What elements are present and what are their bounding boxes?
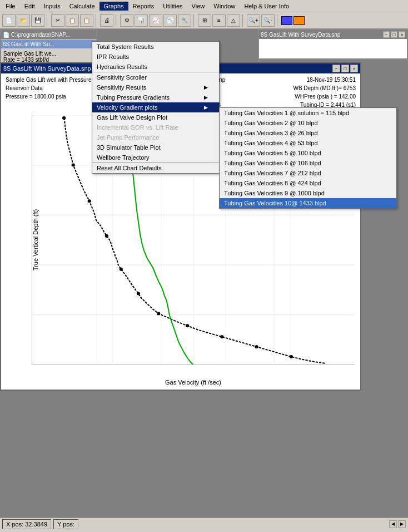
status-ypos: Y pos: xyxy=(53,519,78,529)
velocity-item-7[interactable]: Tubing Gas Velocities 7 @ 212 blpd xyxy=(220,168,396,178)
menu-item-sensitivity-results[interactable]: Sensitivity Results ▶ xyxy=(92,82,219,92)
chart-date: 18-Nov-19 15:30:51 xyxy=(293,76,356,84)
menu-window[interactable]: Window xyxy=(209,2,240,11)
bg-chart-window-title: 8S GasLift With SurveyData.snp xyxy=(261,32,340,38)
scroll-left[interactable]: ◀ xyxy=(389,520,397,528)
toolbar-save[interactable]: 💾 xyxy=(31,14,44,27)
chart-info-right: 18-Nov-19 15:30:51 WB Depth (MD ft )= 67… xyxy=(293,76,356,109)
menu-reports[interactable]: Reports xyxy=(128,2,159,11)
arrow-velocity: ▶ xyxy=(204,105,208,110)
chart-wb: WB Depth (MD ft )= 6753 xyxy=(293,84,356,92)
menu-calculate[interactable]: Calculate xyxy=(65,2,99,11)
chart-wh: WHPres (psia ) = 142.00 xyxy=(293,92,356,101)
toolbar-cut[interactable]: ✂ xyxy=(51,14,64,27)
titlebar-buttons: − □ × xyxy=(332,65,358,72)
toolbar-new[interactable]: 📄 xyxy=(2,14,16,27)
velocity-item-9[interactable]: Tubing Gas Velocities 9 @ 1000 blpd xyxy=(220,188,396,198)
svg-point-32 xyxy=(120,268,123,271)
menu-item-wellbore[interactable]: Wellbore Trajectory xyxy=(92,152,219,162)
bg-win-max[interactable]: □ xyxy=(391,31,397,38)
menu-item-hydraulics[interactable]: Hydraulics Results xyxy=(92,62,219,72)
velocity-item-4[interactable]: Tubing Gas Velocities 4 @ 53 blpd xyxy=(220,138,396,148)
chart-info-left-3: Pressure = 1800.00 psia xyxy=(6,92,102,101)
toolbar-color1[interactable] xyxy=(281,16,292,25)
menubar: File Edit Inputs Calculate Graphs Report… xyxy=(0,0,408,12)
arrow-tubing: ▶ xyxy=(204,95,208,100)
toolbar-zoom-in[interactable]: 🔍+ xyxy=(247,14,260,27)
svg-point-33 xyxy=(137,292,140,295)
menu-item-tubing-pressure[interactable]: Tubing Pressure Gradients ▶ xyxy=(92,92,219,102)
velocity-item-2[interactable]: Tubing Gas Velocities 2 @ 10 blpd xyxy=(220,118,396,128)
menu-item-3d-simulator[interactable]: 3D Simulator Table Plot xyxy=(92,142,219,152)
velocity-item-3[interactable]: Tubing Gas Velocities 3 @ 26 blpd xyxy=(220,128,396,138)
toolbar-sep3 xyxy=(116,14,118,27)
svg-point-29 xyxy=(72,164,75,167)
menu-item-total-system[interactable]: Total System Results xyxy=(92,42,219,52)
menu-file[interactable]: File xyxy=(1,2,20,11)
arrow-sensitivity: ▶ xyxy=(204,85,208,90)
svg-point-28 xyxy=(62,116,66,120)
chart-info-left-1: Sample Gas Lift well with Pressure and xyxy=(6,76,102,84)
toolbar-open[interactable]: 📂 xyxy=(17,14,30,27)
menu-item-sensitivity-scroller[interactable]: Sensitivity Scroller xyxy=(92,72,219,82)
bg-win-close[interactable]: × xyxy=(399,31,405,38)
svg-point-34 xyxy=(157,312,160,315)
toolbar: 📄 📂 💾 ✂ 📋 📋 🖨 ⚙ 📊 📈 📉 🔧 ⊞ ≡ △ 🔍+ 🔍- xyxy=(0,12,408,29)
velocity-item-5[interactable]: Tubing Gas Velocities 5 @ 100 blpd xyxy=(220,148,396,158)
scroll-right[interactable]: ▶ xyxy=(398,520,406,528)
menu-inputs[interactable]: Inputs xyxy=(39,2,65,11)
toolbar-b1[interactable]: ⚙ xyxy=(120,14,133,27)
toolbar-b2[interactable]: 📊 xyxy=(135,14,148,27)
toolbar-b4[interactable]: 📉 xyxy=(163,14,177,27)
menu-utilities[interactable]: Utilities xyxy=(158,2,187,11)
toolbar-b7[interactable]: ≡ xyxy=(212,14,226,27)
menu-help[interactable]: Help & User Info xyxy=(240,2,293,11)
bg-window-1-title: 📄 C:\programdata\SNAP... xyxy=(3,32,70,38)
main-area: 📄 C:\programdata\SNAP... 8S GasLift With… xyxy=(0,29,408,530)
bg-chart-window[interactable]: 8S GasLift With SurveyData.snp − □ × xyxy=(258,29,408,60)
menu-edit[interactable]: Edit xyxy=(20,2,39,11)
menu-view[interactable]: View xyxy=(187,2,210,11)
toolbar-zoom-out[interactable]: 🔍- xyxy=(261,14,275,27)
graphs-dropdown: Total System Results IPR Results Hydraul… xyxy=(92,41,220,174)
toolbar-sep1 xyxy=(47,14,49,27)
titlebar-maximize[interactable]: □ xyxy=(341,65,349,72)
titlebar-close[interactable]: × xyxy=(350,65,358,72)
svg-point-35 xyxy=(186,324,189,327)
statusbar: X pos: 32.3849 Y pos: ◀ ▶ xyxy=(0,518,408,530)
toolbar-b3[interactable]: 📈 xyxy=(149,14,162,27)
chart-info-left: Sample Gas Lift well with Pressure and R… xyxy=(6,76,102,101)
toolbar-b8[interactable]: △ xyxy=(227,14,240,27)
toolbar-color2[interactable] xyxy=(293,16,305,25)
velocity-submenu: Tubing Gas Velocities 1 @ solution = 115… xyxy=(219,107,397,209)
velocity-item-1[interactable]: Tubing Gas Velocities 1 @ solution = 115… xyxy=(220,108,396,118)
velocity-item-8[interactable]: Tubing Gas Velocities 8 @ 424 blpd xyxy=(220,178,396,188)
bg-window-1-subtitle: 8S GasLift With Su... xyxy=(1,40,96,48)
bg-window-1-subtitle-text: 8S GasLift With Su... xyxy=(3,41,54,47)
titlebar-minimize[interactable]: − xyxy=(332,65,340,72)
menu-item-jet-pump: Jet Pump Performance xyxy=(92,132,219,142)
menu-item-incremental-gor: Incremental GOR vs. Lift Rate xyxy=(92,122,219,132)
velocity-item-6[interactable]: Tubing Gas Velocities 6 @ 106 blpd xyxy=(220,158,396,168)
menu-graphs[interactable]: Graphs xyxy=(99,2,128,11)
y-axis-label: True Vertical Depth (ft) xyxy=(32,209,39,270)
menu-item-reset[interactable]: Reset All Chart Defaults xyxy=(92,162,219,173)
toolbar-b5[interactable]: 🔧 xyxy=(178,14,191,27)
menu-item-gas-valve[interactable]: Gas Lift Valve Design Plot xyxy=(92,112,219,122)
x-axis-label: Gas Velocity (ft /sec) xyxy=(165,379,221,386)
toolbar-b6[interactable]: ⊞ xyxy=(198,14,211,27)
svg-point-31 xyxy=(105,234,108,238)
toolbar-copy[interactable]: 📋 xyxy=(66,14,79,27)
bg-chart-btns: − □ × xyxy=(383,31,405,38)
velocity-item-10[interactable]: Tubing Gas Velocities 10@ 1433 blpd xyxy=(220,198,396,208)
bg-window-1-titlebar: 📄 C:\programdata\SNAP... xyxy=(1,30,96,39)
menu-item-ipr[interactable]: IPR Results xyxy=(92,52,219,62)
menu-item-velocity-gradient[interactable]: Velocity Gradient plots ▶ xyxy=(92,102,219,112)
bg-win-min[interactable]: − xyxy=(383,31,390,38)
toolbar-paste[interactable]: 📋 xyxy=(80,14,93,27)
toolbar-sep5 xyxy=(242,14,245,27)
svg-point-30 xyxy=(88,199,91,203)
chart-info-left-2: Reservoir Data xyxy=(6,84,102,92)
ypos-text: Y pos: xyxy=(57,521,74,528)
toolbar-print[interactable]: 🖨 xyxy=(100,14,113,27)
